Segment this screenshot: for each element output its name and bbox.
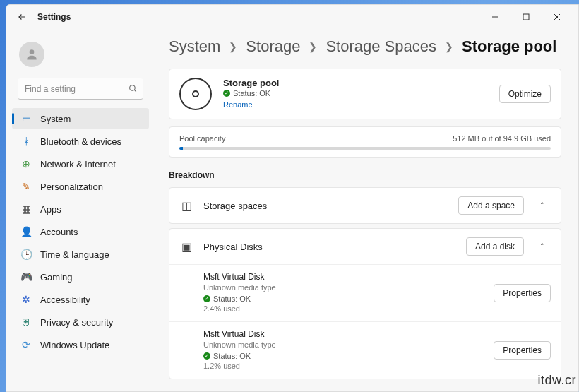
search-input[interactable] xyxy=(18,78,143,100)
disk-row: Msft Virtual Disk Unknown media type ✓St… xyxy=(169,321,561,379)
nav-list: ▭System ᚼBluetooth & devices ⊕Network & … xyxy=(12,108,149,355)
physical-disks-card: ▣ Physical Disks Add a disk ˄ Msft Virtu… xyxy=(169,228,561,379)
physical-disks-title: Physical Disks xyxy=(203,242,456,252)
rename-link[interactable]: Rename xyxy=(223,100,253,109)
chevron-right-icon: ❯ xyxy=(229,41,237,52)
svg-rect-1 xyxy=(523,14,529,20)
pool-status: ✓ Status: OK xyxy=(223,89,499,97)
sidebar-item-personalization[interactable]: ✎Personalization xyxy=(12,176,149,197)
storage-pool-icon xyxy=(179,78,212,110)
status-ok-icon: ✓ xyxy=(223,90,230,97)
optimize-button[interactable]: Optimize xyxy=(499,85,551,103)
status-text: Status: OK xyxy=(233,89,270,97)
watermark-text: itdw.cr xyxy=(537,373,576,388)
disk-media: Unknown media type xyxy=(203,282,494,294)
sidebar-item-network[interactable]: ⊕Network & internet xyxy=(12,153,149,174)
settings-window: Settings ▭System ᚼBluetooth & devices ⊕N… xyxy=(6,4,579,392)
bluetooth-icon: ᚼ xyxy=(20,136,32,147)
disk-media: Unknown media type xyxy=(203,339,494,351)
pool-header-card: Storage pool ✓ Status: OK Rename Optimiz… xyxy=(169,69,561,119)
disk-icon: ▣ xyxy=(179,240,193,254)
sidebar-item-label: Gaming xyxy=(40,272,73,283)
disk-name: Msft Virtual Disk xyxy=(203,272,494,282)
system-icon: ▭ xyxy=(20,113,32,124)
add-space-button[interactable]: Add a space xyxy=(458,196,524,215)
sidebar-item-label: Apps xyxy=(40,204,61,215)
storage-spaces-card: ◫ Storage spaces Add a space ˄ xyxy=(169,187,561,224)
capacity-used-text: 512 MB out of 94.9 GB used xyxy=(453,134,551,143)
sidebar-item-label: Accessibility xyxy=(40,295,90,305)
svg-line-4 xyxy=(134,90,136,92)
sidebar-item-update[interactable]: ⟳Windows Update xyxy=(12,334,149,355)
breadcrumb-storage[interactable]: Storage xyxy=(246,37,300,56)
sidebar-item-apps[interactable]: ▦Apps xyxy=(12,198,149,220)
personalization-icon: ✎ xyxy=(20,181,32,192)
chevron-right-icon: ❯ xyxy=(309,41,317,52)
sidebar-item-system[interactable]: ▭System xyxy=(12,108,149,129)
window-title: Settings xyxy=(37,12,71,22)
search-box[interactable] xyxy=(18,78,143,100)
chevron-up-icon[interactable]: ˄ xyxy=(534,201,551,210)
sidebar-item-accounts[interactable]: 👤Accounts xyxy=(12,221,149,242)
disk-status: ✓Status: OK xyxy=(203,295,494,303)
privacy-icon: ⛨ xyxy=(20,316,32,328)
main-content: System ❯ Storage ❯ Storage Spaces ❯ Stor… xyxy=(155,29,578,391)
minimize-button[interactable] xyxy=(481,7,509,27)
sidebar-item-label: System xyxy=(40,114,71,124)
maximize-button[interactable] xyxy=(512,7,540,27)
sidebar-item-bluetooth[interactable]: ᚼBluetooth & devices xyxy=(12,131,149,152)
search-icon xyxy=(129,83,138,96)
breadcrumb: System ❯ Storage ❯ Storage Spaces ❯ Stor… xyxy=(169,37,561,56)
disk-used: 1.2% used xyxy=(203,360,494,372)
disk-status: ✓Status: OK xyxy=(203,352,494,360)
sidebar-item-privacy[interactable]: ⛨Privacy & security xyxy=(12,311,149,333)
titlebar: Settings xyxy=(6,5,578,29)
sidebar-item-label: Bluetooth & devices xyxy=(40,136,121,147)
sidebar-item-gaming[interactable]: 🎮Gaming xyxy=(12,266,149,287)
user-avatar[interactable] xyxy=(19,42,44,67)
gaming-icon: 🎮 xyxy=(20,271,32,283)
window-controls xyxy=(481,7,571,27)
accounts-icon: 👤 xyxy=(20,226,32,237)
sidebar-item-label: Network & internet xyxy=(40,159,116,170)
disk-row: Msft Virtual Disk Unknown media type ✓St… xyxy=(169,264,561,321)
time-icon: 🕒 xyxy=(20,249,32,260)
breadcrumb-system[interactable]: System xyxy=(169,37,220,56)
disk-properties-button[interactable]: Properties xyxy=(494,284,551,302)
status-ok-icon: ✓ xyxy=(203,295,210,302)
update-icon: ⟳ xyxy=(20,339,32,350)
capacity-label: Pool capacity xyxy=(179,134,225,143)
add-disk-button[interactable]: Add a disk xyxy=(466,237,524,256)
network-icon: ⊕ xyxy=(20,158,32,170)
get-help-link[interactable]: ❔ Get help xyxy=(169,384,561,391)
apps-icon: ▦ xyxy=(20,203,32,215)
back-button[interactable] xyxy=(13,8,30,25)
sidebar: ▭System ᚼBluetooth & devices ⊕Network & … xyxy=(6,29,155,391)
svg-point-2 xyxy=(30,49,35,54)
disk-properties-button[interactable]: Properties xyxy=(494,341,551,360)
sidebar-item-time[interactable]: 🕒Time & language xyxy=(12,244,149,265)
capacity-card: Pool capacity 512 MB out of 94.9 GB used xyxy=(169,126,561,158)
disk-used: 2.4% used xyxy=(203,303,494,315)
disk-name: Msft Virtual Disk xyxy=(203,329,494,339)
status-ok-icon: ✓ xyxy=(203,352,210,360)
breakdown-label: Breakdown xyxy=(169,170,561,180)
svg-point-3 xyxy=(130,85,136,91)
capacity-bar xyxy=(179,147,551,150)
sidebar-item-label: Windows Update xyxy=(40,340,109,350)
breadcrumb-storage-spaces[interactable]: Storage Spaces xyxy=(326,37,436,56)
sidebar-item-label: Privacy & security xyxy=(40,317,113,328)
storage-spaces-title: Storage spaces xyxy=(203,201,448,211)
storage-spaces-icon: ◫ xyxy=(179,199,193,213)
close-button[interactable] xyxy=(543,7,571,27)
page-title: Storage pool xyxy=(462,37,556,56)
sidebar-item-label: Personalization xyxy=(40,182,103,192)
pool-name: Storage pool xyxy=(223,78,499,88)
chevron-up-icon[interactable]: ˄ xyxy=(534,242,551,251)
sidebar-item-accessibility[interactable]: ✲Accessibility xyxy=(12,289,149,310)
sidebar-item-label: Time & language xyxy=(40,249,109,260)
chevron-right-icon: ❯ xyxy=(445,41,453,52)
accessibility-icon: ✲ xyxy=(20,294,32,305)
sidebar-item-label: Accounts xyxy=(40,227,78,237)
